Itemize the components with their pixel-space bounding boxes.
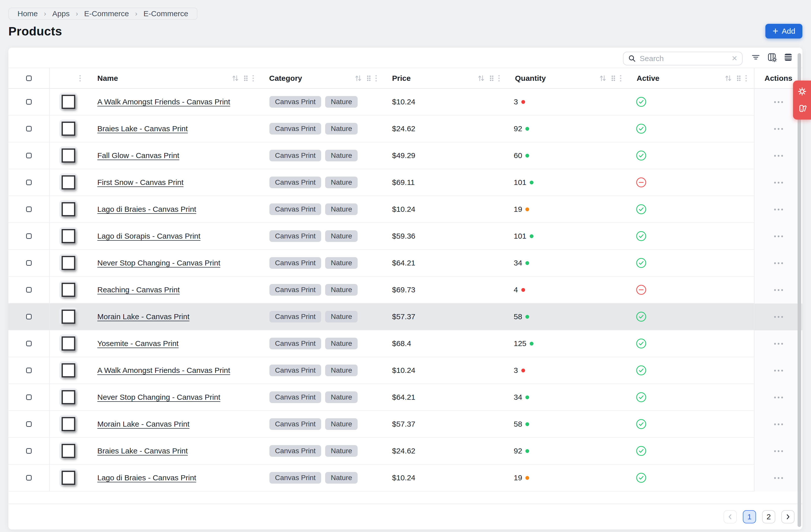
row-actions-button[interactable] [754, 223, 802, 250]
row-height-icon[interactable] [783, 52, 794, 63]
row-actions-button[interactable] [754, 465, 802, 491]
drag-grip-icon[interactable] [366, 74, 372, 82]
product-name-link[interactable]: Lago di Braies - Canvas Print [97, 205, 196, 214]
column-menu-icon[interactable] [498, 74, 500, 82]
search-input[interactable] [640, 54, 728, 63]
table-row[interactable]: Braies Lake - Canvas Print Canvas Print … [9, 438, 802, 465]
swatches-icon[interactable] [797, 103, 808, 114]
row-checkbox[interactable] [26, 206, 32, 212]
sort-icon[interactable] [598, 74, 607, 82]
product-name-link[interactable]: Braies Lake - Canvas Print [97, 124, 188, 133]
gear-icon[interactable] [797, 87, 807, 96]
table-row[interactable]: Morain Lake - Canvas Print Canvas Print … [9, 411, 802, 438]
table-row[interactable]: Reaching - Canvas Print Canvas Print Nat… [9, 277, 802, 303]
table-row[interactable]: Morain Lake - Canvas Print Canvas Print … [9, 303, 802, 330]
table-row[interactable]: Lago di Sorapis - Canvas Print Canvas Pr… [9, 223, 802, 250]
row-actions-button[interactable] [754, 169, 802, 196]
row-checkbox[interactable] [26, 233, 32, 239]
product-name-link[interactable]: Yosemite - Canvas Print [97, 339, 179, 348]
product-name-link[interactable]: Morain Lake - Canvas Print [97, 420, 189, 428]
row-actions-button[interactable] [754, 196, 802, 223]
product-name-link[interactable]: Morain Lake - Canvas Print [97, 312, 189, 321]
row-actions-button[interactable] [754, 411, 802, 438]
row-actions-button[interactable] [754, 438, 802, 465]
sort-icon[interactable] [231, 74, 240, 82]
row-actions-button[interactable] [754, 142, 802, 169]
row-actions-button[interactable] [754, 384, 802, 411]
search-box[interactable]: ✕ [623, 52, 743, 65]
product-name-link[interactable]: Braies Lake - Canvas Print [97, 447, 188, 455]
column-header-price[interactable]: Price [392, 74, 411, 82]
row-actions-button[interactable] [754, 357, 802, 384]
table-row[interactable]: First Snow - Canvas Print Canvas Print N… [9, 169, 802, 196]
row-checkbox[interactable] [26, 314, 32, 319]
column-header-name[interactable]: Name [97, 74, 118, 82]
product-name-link[interactable]: Lago di Sorapis - Canvas Print [97, 232, 200, 240]
row-actions-button[interactable] [754, 303, 802, 330]
sort-icon[interactable] [476, 74, 486, 82]
clear-search-icon[interactable]: ✕ [732, 55, 737, 62]
pagination-page-2[interactable]: 2 [762, 510, 775, 523]
row-checkbox[interactable] [26, 179, 32, 185]
drag-grip-icon[interactable] [489, 74, 495, 82]
column-menu-icon[interactable] [252, 74, 255, 82]
product-name-link[interactable]: Reaching - Canvas Print [97, 285, 180, 294]
column-settings-icon[interactable] [766, 52, 778, 63]
product-name-link[interactable]: Fall Glow - Canvas Print [97, 151, 179, 160]
column-header-active[interactable]: Active [637, 74, 659, 82]
row-checkbox[interactable] [26, 394, 32, 400]
column-menu-icon[interactable] [745, 74, 747, 82]
row-actions-button[interactable] [754, 115, 802, 142]
breadcrumb-apps[interactable]: Apps [52, 10, 70, 18]
table-row[interactable]: Braies Lake - Canvas Print Canvas Print … [9, 115, 802, 142]
table-row[interactable]: Lago di Braies - Canvas Print Canvas Pri… [9, 465, 802, 491]
row-checkbox[interactable] [26, 448, 32, 454]
breadcrumb-ecommerce[interactable]: E-Commerce [84, 10, 129, 18]
row-actions-button[interactable] [754, 277, 802, 303]
row-actions-button[interactable] [754, 250, 802, 277]
table-row[interactable]: A Walk Amongst Friends - Canvas Print Ca… [9, 357, 802, 384]
column-header-quantity[interactable]: Quantity [515, 74, 546, 82]
table-row[interactable]: Yosemite - Canvas Print Canvas Print Nat… [9, 330, 802, 357]
sort-icon[interactable] [354, 74, 363, 82]
drag-grip-icon[interactable] [610, 74, 616, 82]
row-checkbox[interactable] [26, 260, 32, 266]
product-name-link[interactable]: Lago di Braies - Canvas Print [97, 473, 196, 482]
product-name-link[interactable]: A Walk Amongst Friends - Canvas Print [97, 366, 230, 375]
row-checkbox[interactable] [26, 153, 32, 158]
product-name-link[interactable]: A Walk Amongst Friends - Canvas Print [97, 97, 230, 106]
table-row[interactable]: A Walk Amongst Friends - Canvas Print Ca… [9, 89, 802, 115]
pagination-prev-button[interactable] [723, 510, 737, 523]
column-menu-icon[interactable] [619, 74, 622, 82]
drag-grip-icon[interactable] [736, 74, 742, 82]
row-checkbox[interactable] [26, 367, 32, 373]
row-checkbox[interactable] [26, 341, 32, 346]
vertical-scrollbar[interactable] [798, 53, 801, 527]
row-checkbox[interactable] [26, 475, 32, 481]
pagination-next-button[interactable] [781, 510, 795, 523]
column-menu-icon[interactable] [375, 74, 377, 82]
product-name-link[interactable]: Never Stop Changing - Canvas Print [97, 259, 220, 267]
filter-icon[interactable] [750, 52, 761, 63]
row-checkbox[interactable] [26, 126, 32, 131]
breadcrumb-ecommerce-current[interactable]: E-Commerce [143, 10, 188, 18]
row-checkbox[interactable] [26, 99, 32, 105]
row-checkbox[interactable] [26, 287, 32, 293]
pagination-page-1[interactable]: 1 [743, 510, 756, 523]
table-row[interactable]: Never Stop Changing - Canvas Print Canva… [9, 384, 802, 411]
add-button[interactable]: + Add [765, 24, 802, 38]
column-header-category[interactable]: Category [269, 74, 302, 82]
table-row[interactable]: Fall Glow - Canvas Print Canvas Print Na… [9, 142, 802, 169]
table-row[interactable]: Lago di Braies - Canvas Print Canvas Pri… [9, 196, 802, 223]
theme-customizer[interactable] [793, 81, 811, 120]
row-actions-button[interactable] [754, 330, 802, 357]
column-menu-icon[interactable] [79, 74, 81, 82]
sort-icon[interactable] [723, 74, 733, 82]
row-checkbox[interactable] [26, 421, 32, 427]
drag-grip-icon[interactable] [243, 74, 249, 82]
table-row[interactable]: Never Stop Changing - Canvas Print Canva… [9, 250, 802, 277]
product-name-link[interactable]: First Snow - Canvas Print [97, 178, 183, 187]
product-name-link[interactable]: Never Stop Changing - Canvas Print [97, 393, 220, 402]
breadcrumb-home[interactable]: Home [17, 10, 38, 18]
select-all-checkbox[interactable] [26, 76, 32, 81]
